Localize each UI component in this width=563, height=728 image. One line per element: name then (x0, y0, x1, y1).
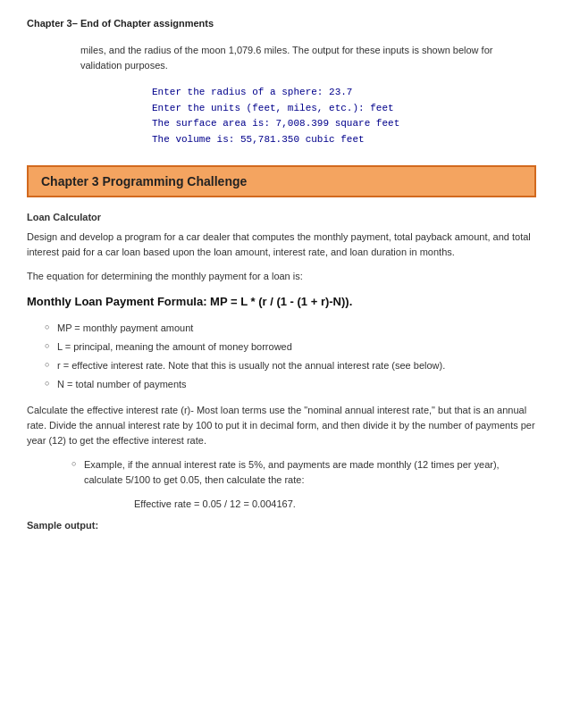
loan-calc-desc: Design and develop a program for a car d… (27, 230, 536, 260)
formula-bullets: MP = monthly payment amount L = principa… (45, 321, 536, 392)
code-line-3: The surface area is: 7,008.399 square fe… (152, 116, 536, 132)
section-banner: Chapter 3 Programming Challenge (27, 165, 536, 197)
sample-output-label: Sample output: (27, 520, 536, 531)
code-line-4: The volume is: 55,781.350 cubic feet (152, 132, 536, 148)
bullet-r: r = effective interest rate. Note that t… (45, 358, 536, 373)
code-line-1: Enter the radius of a sphere: 23.7 (152, 85, 536, 101)
example-bullet: Example, if the annual interest rate is … (71, 457, 536, 488)
example-bullet-list: Example, if the annual interest rate is … (45, 457, 536, 488)
effective-rate-formula: Effective rate = 0.05 / 12 = 0.004167. (134, 498, 536, 509)
loan-calc-title: Loan Calculator (27, 212, 536, 222)
effective-rate-intro: Calculate the effective interest rate (r… (27, 403, 536, 448)
code-block: Enter the radius of a sphere: 23.7 Enter… (152, 85, 536, 147)
code-line-2: Enter the units (feet, miles, etc.): fee… (152, 101, 536, 117)
formula-text: Monthly Loan Payment Formula: MP = L * (… (27, 294, 536, 310)
bullet-mp: MP = monthly payment amount (45, 321, 536, 336)
intro-text: miles, and the radius of the moon 1,079.… (80, 43, 536, 72)
bullet-l: L = principal, meaning the amount of mon… (45, 339, 536, 355)
equation-intro: The equation for determining the monthly… (27, 269, 536, 284)
chapter-heading: Chapter 3– End of Chapter assignments (27, 18, 536, 29)
bullet-n: N = total number of payments (45, 377, 536, 392)
